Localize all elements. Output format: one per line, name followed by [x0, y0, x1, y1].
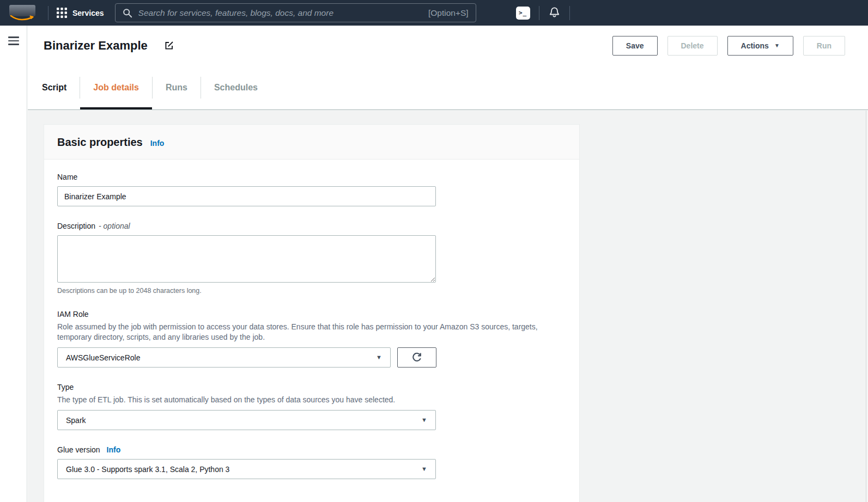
scrollbar[interactable] [866, 111, 868, 502]
type-field: Type The type of ETL job. This is set au… [57, 383, 566, 430]
caret-down-icon: ▼ [376, 354, 382, 360]
glue-version-select[interactable]: Glue 3.0 - Supports spark 3.1, Scala 2, … [57, 459, 436, 479]
tab-content-area: Basic properties Info Name Descript [28, 110, 868, 502]
cloudshell-glyph: >_ [519, 9, 527, 16]
name-field: Name [57, 173, 566, 206]
tab-job-details-label: Job details [93, 83, 139, 93]
edit-pencil-icon [164, 40, 174, 51]
delete-button[interactable]: Delete [667, 36, 718, 56]
iam-role-controls: AWSGlueServiceRole ▼ [57, 347, 566, 368]
refresh-icon [411, 352, 422, 363]
description-constraint-text: Descriptions can be up to 2048 character… [57, 287, 566, 295]
tab-script[interactable]: Script [42, 65, 80, 109]
save-button[interactable]: Save [612, 36, 658, 56]
type-select[interactable]: Spark ▼ [57, 410, 436, 430]
main-area: Binarizer Example Save Delete Actions ▼ [28, 26, 868, 502]
run-button-label: Run [817, 41, 831, 50]
services-grid-icon [57, 8, 67, 18]
run-button[interactable]: Run [803, 36, 845, 56]
description-textarea[interactable] [57, 235, 436, 283]
panel-body: Name Description - optional Descriptions… [44, 160, 579, 502]
search-input[interactable] [138, 8, 422, 18]
services-label: Services [72, 9, 104, 17]
tab-script-label: Script [42, 83, 66, 93]
amazon-smile-icon [9, 14, 35, 22]
bell-icon [548, 7, 561, 19]
type-selected-value: Spark [66, 416, 86, 425]
caret-down-icon: ▼ [421, 417, 427, 423]
iam-role-field: IAM Role Role assumed by the job with pe… [57, 310, 566, 368]
topbar-divider [48, 6, 48, 20]
tab-runs-label: Runs [166, 83, 187, 93]
collapsed-side-navigation [0, 26, 27, 502]
actions-button-label: Actions [741, 41, 769, 50]
tab-schedules[interactable]: Schedules [201, 65, 271, 109]
search-icon [123, 8, 132, 18]
caret-down-icon: ▼ [421, 466, 427, 472]
job-tabs: Script Job details Runs Schedules [28, 65, 868, 110]
aws-logo[interactable] [9, 4, 35, 22]
description-label: Description - optional [57, 222, 566, 230]
type-description: The type of ETL job. This is set automat… [57, 395, 540, 405]
caret-down-icon: ▼ [774, 43, 780, 48]
glue-version-info-link[interactable]: Info [107, 445, 121, 454]
tab-schedules-label: Schedules [214, 83, 258, 93]
topbar-divider [569, 6, 570, 20]
save-button-label: Save [626, 41, 644, 50]
search-shortcut-hint: [Option+S] [428, 8, 469, 18]
page-header: Binarizer Example Save Delete Actions ▼ [28, 26, 868, 65]
iam-role-description: Role assumed by the job with permission … [57, 322, 540, 342]
delete-button-label: Delete [681, 41, 704, 50]
iam-role-selected-value: AWSGlueServiceRole [66, 353, 140, 362]
basic-properties-info-link[interactable]: Info [150, 139, 165, 148]
description-field: Description - optional Descriptions can … [57, 222, 566, 295]
global-search[interactable]: [Option+S] [115, 3, 476, 22]
iam-role-label: IAM Role [57, 310, 566, 319]
tab-job-details[interactable]: Job details [80, 65, 152, 109]
optional-indicator: - optional [99, 222, 130, 230]
glue-version-field: Glue version Info Glue 3.0 - Supports sp… [57, 445, 566, 479]
glue-version-label: Glue version Info [57, 445, 566, 454]
hamburger-menu-icon[interactable] [8, 36, 19, 45]
aws-top-navigation: Services [Option+S] >_ [0, 0, 868, 26]
topbar-divider [539, 6, 539, 20]
basic-properties-panel: Basic properties Info Name Descript [44, 124, 580, 502]
refresh-roles-button[interactable] [397, 347, 436, 368]
name-input[interactable] [57, 186, 436, 206]
type-label: Type [57, 383, 566, 391]
iam-role-select[interactable]: AWSGlueServiceRole ▼ [57, 347, 391, 368]
page-title: Binarizer Example [44, 39, 148, 53]
glue-version-selected-value: Glue 3.0 - Supports spark 3.1, Scala 2, … [66, 465, 229, 474]
actions-dropdown-button[interactable]: Actions ▼ [727, 36, 793, 56]
page-body: Binarizer Example Save Delete Actions ▼ [0, 26, 868, 502]
panel-header: Basic properties Info [44, 125, 579, 160]
tab-runs[interactable]: Runs [153, 65, 201, 109]
panel-title: Basic properties [57, 136, 143, 149]
cloudshell-icon[interactable]: >_ [516, 7, 530, 20]
name-label: Name [57, 173, 566, 181]
header-actions: Save Delete Actions ▼ Run [612, 36, 845, 56]
edit-title-button[interactable] [164, 40, 174, 51]
notifications-bell-icon[interactable] [548, 7, 561, 19]
services-menu-button[interactable]: Services [57, 8, 104, 18]
